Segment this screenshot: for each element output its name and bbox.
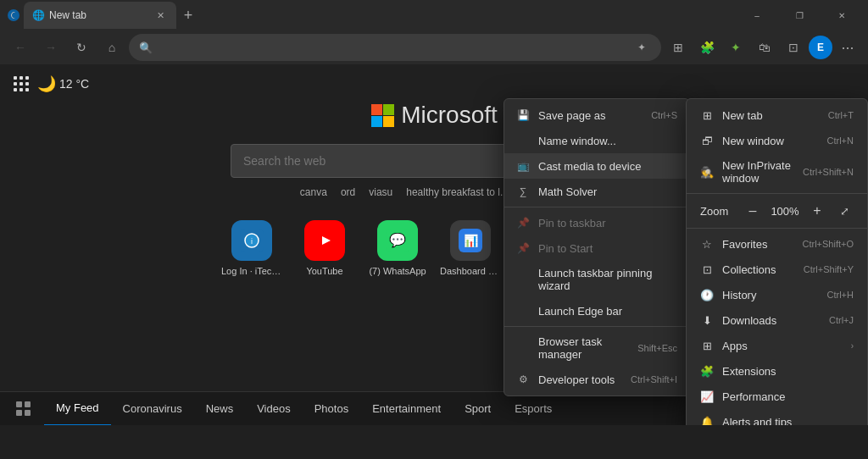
cm-task-shortcut: Shift+Esc [637, 343, 677, 353]
mm-collections[interactable]: ⊡ Collections Ctrl+Shift+Y [687, 257, 867, 282]
extensions-icon[interactable]: 🧩 [693, 34, 721, 61]
news-grid-icon[interactable] [14, 399, 34, 419]
zoom-minus-button[interactable]: – [742, 200, 764, 222]
cm-save-shortcut: Ctrl+S [651, 110, 677, 120]
news-tab-coronavirus[interactable]: Coronavirus [111, 392, 194, 426]
sidebar-toggle-button[interactable]: ⊞ [665, 34, 692, 61]
profile-button[interactable]: E [809, 36, 832, 59]
cm-save-page-as[interactable]: 💾 Save page as Ctrl+S [504, 102, 689, 128]
svg-text:i: i [251, 237, 253, 246]
quick-link-breakfast[interactable]: healthy breakfast to l... [403, 185, 512, 200]
mm-favorites-shortcut: Ctrl+Shift+O [802, 239, 854, 249]
shopping-icon[interactable]: 🛍 [751, 34, 778, 61]
wizard-icon [516, 273, 530, 286]
address-input[interactable] [159, 41, 626, 54]
mm-inprivate[interactable]: 🕵 New InPrivate window Ctrl+Shift+N [687, 153, 867, 191]
zoom-plus-button[interactable]: + [806, 200, 828, 222]
forward-button[interactable]: → [37, 34, 64, 61]
mm-favorites[interactable]: ☆ Favorites Ctrl+Shift+O [687, 231, 867, 257]
mm-apps[interactable]: ⊞ Apps › [687, 333, 867, 358]
title-bar: 🌐 New tab ✕ + – ❐ ✕ [0, 0, 868, 30]
mm-new-window[interactable]: 🗗 New window Ctrl+N [687, 128, 867, 153]
workspaces-icon[interactable]: ⊡ [780, 34, 807, 61]
tab-favicon-icon: 🌐 [32, 9, 44, 21]
mm-new-tab-label: New tab [722, 109, 763, 122]
cm-launch-taskbar-wizard[interactable]: Launch taskbar pinning wizard [504, 261, 689, 298]
news-tab-sport[interactable]: Sport [453, 392, 503, 426]
task-manager-icon [516, 341, 530, 355]
mm-extensions[interactable]: 🧩 Extensions [687, 358, 867, 384]
mm-performance[interactable]: 📈 Performance [687, 384, 867, 409]
cm-name-window[interactable]: Name window... [504, 128, 689, 153]
mm-performance-label: Performance [722, 390, 785, 403]
mm-history-shortcut: Ctrl+H [827, 290, 854, 300]
shortcut-whatsapp[interactable]: 💬 (7) WhatsApp [367, 220, 428, 276]
mm-downloads-shortcut: Ctrl+J [829, 315, 854, 325]
shortcut-itech-label: Log In · iTech... [221, 266, 282, 276]
shortcut-whatsapp-icon: 💬 [377, 220, 418, 261]
weather-temp: 12 °C [59, 77, 89, 91]
new-tab-button[interactable]: + [176, 3, 200, 27]
settings-more-button[interactable]: ··· [834, 34, 861, 61]
window-controls: – ❐ ✕ [737, 0, 861, 30]
math-icon: ∑ [516, 185, 530, 198]
news-tab-entertainment[interactable]: Entertainment [360, 392, 453, 426]
cm-devtools-label: Developer tools [538, 373, 615, 386]
close-button[interactable]: ✕ [822, 0, 861, 30]
news-tab-news[interactable]: News [194, 392, 246, 426]
toolbar: ← → ↻ ⌂ 🔍 ✦ ⊞ 🧩 ✦ 🛍 ⊡ E ··· [0, 30, 868, 64]
context-menu-small: 💾 Save page as Ctrl+S Name window... 📺 C… [504, 98, 690, 396]
tab-close-button[interactable]: ✕ [153, 8, 168, 23]
news-tab-esports[interactable]: Esports [503, 392, 564, 426]
quick-link-ord[interactable]: ord [337, 185, 359, 200]
news-tab-photos[interactable]: Photos [303, 392, 360, 426]
shortcut-youtube[interactable]: YouTube [294, 220, 355, 276]
cm-launch-edge-bar[interactable]: Launch Edge bar [504, 298, 689, 324]
mm-inprivate-label: New InPrivate window [722, 159, 794, 185]
cm-dev-tools[interactable]: ⚙ Developer tools Ctrl+Shift+I [504, 367, 689, 392]
address-bar[interactable]: 🔍 ✦ [129, 34, 661, 61]
restore-button[interactable]: ❐ [780, 0, 819, 30]
refresh-button[interactable]: ↻ [68, 34, 95, 61]
news-tab-myfeed[interactable]: My Feed [44, 392, 111, 426]
new-window-icon: 🗗 [700, 134, 714, 147]
mm-new-tab-shortcut: Ctrl+T [828, 110, 854, 120]
cm-cast-media[interactable]: 📺 Cast media to device [504, 153, 689, 179]
home-button[interactable]: ⌂ [98, 34, 125, 61]
performance-icon: 📈 [700, 390, 714, 403]
zoom-fullscreen-button[interactable]: ⤢ [835, 202, 854, 220]
apps-grid-icon[interactable] [14, 76, 29, 91]
shortcut-youtube-icon [304, 220, 345, 261]
copilot-toolbar-icon[interactable]: ✦ [722, 34, 749, 61]
mm-alerts-tips[interactable]: 🔔 Alerts and tips [687, 409, 867, 425]
shortcut-dashboard-icon: 📊 [450, 220, 491, 261]
shortcut-youtube-label: YouTube [294, 266, 355, 276]
new-tab-icon: ⊞ [700, 108, 714, 122]
cm-task-manager[interactable]: Browser task manager Shift+Esc [504, 329, 689, 367]
quick-link-canva[interactable]: canva [297, 185, 331, 200]
cast-icon: 📺 [516, 159, 530, 173]
shortcut-dashboard[interactable]: 📊 Dashboard + ... [440, 220, 501, 276]
minimize-button[interactable]: – [737, 0, 776, 30]
mm-new-tab[interactable]: ⊞ New tab Ctrl+T [687, 102, 867, 128]
cm-math-solver[interactable]: ∑ Math Solver [504, 179, 689, 204]
main-menu: ⊞ New tab Ctrl+T 🗗 New window Ctrl+N 🕵 N… [686, 98, 868, 425]
zoom-label: Zoom [700, 205, 737, 218]
cm-pin-taskbar-label: Pin to taskbar [538, 217, 606, 230]
logo-area: Microsoft [370, 102, 498, 129]
copilot-icon[interactable]: ✦ [632, 38, 651, 57]
news-tab-videos[interactable]: Videos [245, 392, 303, 426]
mm-history[interactable]: 🕐 History Ctrl+H [687, 282, 867, 307]
quick-link-viasu[interactable]: viasu [365, 185, 396, 200]
cm-edge-bar-label: Launch Edge bar [538, 305, 622, 318]
address-search-icon: 🔍 [139, 41, 153, 54]
back-button[interactable]: ← [7, 34, 34, 61]
active-tab[interactable]: 🌐 New tab ✕ [24, 2, 176, 29]
cm-save-label: Save page as [538, 109, 606, 122]
cm-launch-wizard-label: Launch taskbar pinning wizard [538, 267, 677, 292]
svg-text:💬: 💬 [389, 232, 406, 248]
mm-new-window-shortcut: Ctrl+N [827, 135, 854, 146]
mm-downloads[interactable]: ⬇ Downloads Ctrl+J [687, 307, 867, 333]
shortcut-itech[interactable]: i Log In · iTech... [221, 220, 282, 276]
apps-icon: ⊞ [700, 339, 714, 352]
